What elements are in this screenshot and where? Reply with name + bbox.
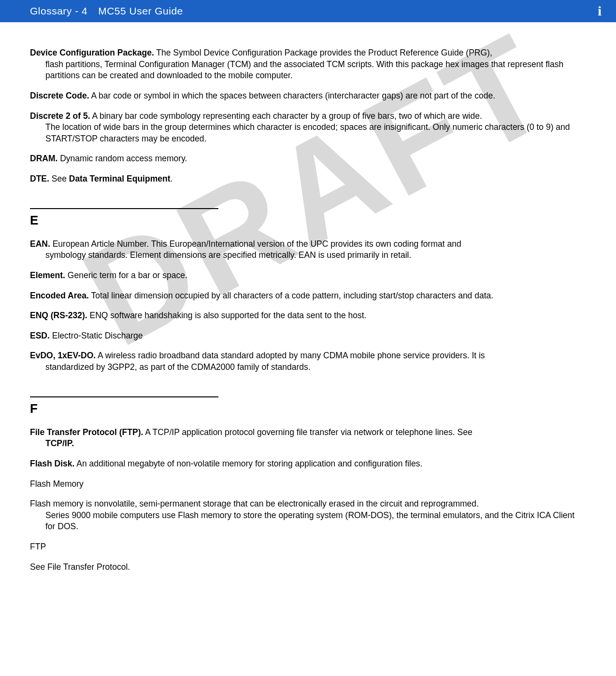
term: EAN. xyxy=(30,239,50,249)
term: Flash Disk. xyxy=(30,459,74,468)
definition-cont: flash partitions, Terminal Configuration… xyxy=(30,59,586,82)
entry-ean: EAN. European Article Number. This Europ… xyxy=(30,239,586,261)
definition-ref: Data Terminal Equipment xyxy=(69,174,171,183)
entry-ftp-ref: See File Transfer Protocol. xyxy=(30,562,586,573)
definition: Electro-Static Discharge xyxy=(50,331,143,340)
header-left: Glossary - 4 MC55 User Guide xyxy=(30,5,183,17)
definition-ref: File Transfer Protocol xyxy=(47,562,128,572)
entry-esd: ESD. Electro-Static Discharge xyxy=(30,330,586,342)
definition-first: A binary bar code symbology representing… xyxy=(90,111,482,121)
entry-device-configuration-package: Device Configuration Package. The Symbol… xyxy=(30,47,586,82)
section-letter-f: F xyxy=(30,401,586,416)
definition: ENQ software handshaking is also support… xyxy=(87,310,367,320)
entry-dte: DTE. See Data Terminal Equipment. xyxy=(30,173,586,185)
entry-discrete-2-of-5: Discrete 2 of 5. A binary bar code symbo… xyxy=(30,111,586,145)
entry-enq: ENQ (RS-232). ENQ software handshaking i… xyxy=(30,310,586,322)
term: Discrete 2 of 5. xyxy=(30,111,90,121)
definition-post: . xyxy=(128,562,130,572)
term: Element. xyxy=(30,270,65,280)
definition-first: A wireless radio broadband data standard… xyxy=(96,351,485,360)
entry-ftp-heading: FTP xyxy=(30,541,586,553)
term: DTE. xyxy=(30,174,49,183)
entry-element: Element. Generic term for a bar or space… xyxy=(30,270,586,282)
entry-discrete-code: Discrete Code. A bar code or symbol in w… xyxy=(30,90,586,102)
entry-flash-disk: Flash Disk. An additional megabyte of no… xyxy=(30,458,586,470)
entry-flash-memory-body: Flash memory is nonvolatile, semi-perman… xyxy=(30,498,586,533)
term: Encoded Area. xyxy=(30,291,89,300)
definition-cont-ref: TCP/IP. xyxy=(30,438,586,450)
page-content: DRAFT Device Configuration Package. The … xyxy=(0,22,616,573)
section-divider xyxy=(30,208,218,209)
glossary-body: Device Configuration Package. The Symbol… xyxy=(30,47,586,573)
definition-first: Flash memory is nonvolatile, semi-perman… xyxy=(30,499,479,508)
definition-cont: standardized by 3GPP2, as part of the CD… xyxy=(30,362,586,373)
entry-dram: DRAM. Dynamic random access memory. xyxy=(30,153,586,165)
definition: An additional megabyte of non-volatile m… xyxy=(74,459,422,468)
term: Device Configuration Package. xyxy=(30,48,154,57)
definition-cont: symbology standards. Element dimensions … xyxy=(30,250,586,261)
definition-first: The Symbol Device Configuration Package … xyxy=(154,48,492,57)
term: Discrete Code. xyxy=(30,91,89,100)
entry-file-transfer-protocol: File Transfer Protocol (FTP). A TCP/IP a… xyxy=(30,427,586,450)
definition-pre: See xyxy=(49,174,69,183)
definition: A bar code or symbol in which the spaces… xyxy=(89,91,495,100)
definition-first: A TCP/IP application protocol governing … xyxy=(143,427,472,437)
section-divider xyxy=(30,396,218,397)
header-page-ref: Glossary - 4 xyxy=(30,5,87,17)
definition: Generic term for a bar or space. xyxy=(65,270,187,280)
term: EvDO, 1xEV-DO. xyxy=(30,351,96,360)
term: DRAM. xyxy=(30,154,57,163)
term: ENQ (RS-232). xyxy=(30,310,87,320)
page-header: Glossary - 4 MC55 User Guide i xyxy=(0,0,616,22)
header-guide-title: MC55 User Guide xyxy=(98,5,183,17)
entry-flash-memory-heading: Flash Memory xyxy=(30,479,586,490)
definition-cont: Series 9000 mobile computers use Flash m… xyxy=(30,510,586,533)
entry-evdo: EvDO, 1xEV-DO. A wireless radio broadban… xyxy=(30,350,586,373)
term: ESD. xyxy=(30,331,50,340)
term: File Transfer Protocol (FTP). xyxy=(30,427,143,437)
section-letter-e: E xyxy=(30,213,586,228)
definition: Total linear dimension occupied by all c… xyxy=(89,291,493,300)
definition-post: . xyxy=(170,174,172,183)
entry-encoded-area: Encoded Area. Total linear dimension occ… xyxy=(30,290,586,302)
definition-first: European Article Number. This European/I… xyxy=(50,239,461,249)
definition-pre: See xyxy=(30,562,47,572)
definition: Dynamic random access memory. xyxy=(57,154,187,163)
header-corner-mark: i xyxy=(598,3,602,19)
definition-cont: The location of wide bars in the group d… xyxy=(30,122,586,144)
